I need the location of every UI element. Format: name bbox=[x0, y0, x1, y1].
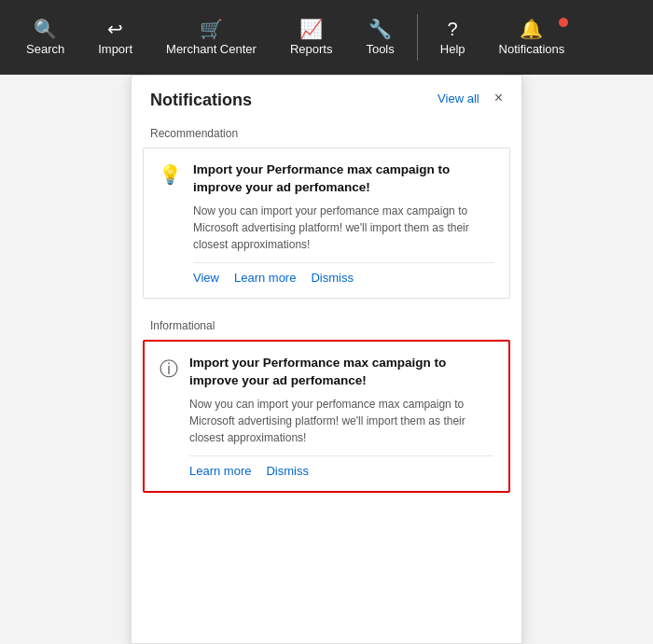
merchant-center-icon: 🛒 bbox=[200, 20, 223, 38]
notifications-icon: 🔔 bbox=[520, 20, 543, 38]
informational-card-body: ⓘ Import your Performance max campaign t… bbox=[160, 355, 493, 478]
recommendation-card-body: 💡 Import your Performance max campaign t… bbox=[159, 161, 494, 285]
nav-item-import[interactable]: ↩ Import bbox=[81, 12, 149, 63]
nav-label-notifications: Notifications bbox=[499, 42, 565, 56]
informational-card-actions: Learn more Dismiss bbox=[189, 464, 493, 478]
nav-items: 🔍 Search ↩ Import 🛒 Merchant Center 📈 Re… bbox=[9, 12, 644, 63]
nav-label-search: Search bbox=[26, 42, 64, 56]
info-card-divider bbox=[189, 455, 493, 456]
informational-card-title: Import your Performance max campaign to … bbox=[189, 355, 493, 390]
nav-label-merchant-center: Merchant Center bbox=[166, 42, 257, 56]
view-all-link[interactable]: View all bbox=[438, 91, 479, 105]
informational-card-desc: Now you can import your perfomance max c… bbox=[189, 396, 493, 446]
lightbulb-icon: 💡 bbox=[159, 163, 182, 285]
info-learn-more-link[interactable]: Learn more bbox=[189, 464, 251, 478]
recommendation-card-desc: Now you can import your perfomance max c… bbox=[193, 203, 494, 253]
recommendation-card-text: Import your Performance max campaign to … bbox=[193, 161, 494, 285]
import-icon: ↩ bbox=[107, 20, 123, 38]
recommendation-card-actions: View Learn more Dismiss bbox=[193, 271, 494, 285]
nav-label-import: Import bbox=[98, 42, 132, 56]
informational-card-1: ⓘ Import your Performance max campaign t… bbox=[143, 340, 510, 493]
reports-icon: 📈 bbox=[299, 20, 323, 38]
section-header-informational: Informational bbox=[132, 310, 521, 340]
topbar: 🔍 Search ↩ Import 🛒 Merchant Center 📈 Re… bbox=[0, 0, 653, 75]
notifications-panel: Notifications View all × Recommendation … bbox=[131, 75, 522, 644]
recommendation-card-1: 💡 Import your Performance max campaign t… bbox=[143, 147, 510, 299]
nav-item-merchant-center[interactable]: 🛒 Merchant Center bbox=[149, 12, 273, 63]
tools-icon: 🔧 bbox=[368, 20, 392, 38]
nav-label-reports: Reports bbox=[290, 42, 333, 56]
rec-view-link[interactable]: View bbox=[193, 271, 219, 285]
panel-header: Notifications View all × bbox=[132, 76, 521, 118]
card-divider bbox=[193, 262, 494, 263]
notifications-badge bbox=[559, 18, 568, 27]
help-icon: ? bbox=[448, 20, 458, 38]
nav-item-reports[interactable]: 📈 Reports bbox=[273, 12, 350, 63]
rec-learn-more-link[interactable]: Learn more bbox=[234, 271, 296, 285]
nav-item-help[interactable]: ? Help bbox=[424, 12, 482, 63]
rec-dismiss-link[interactable]: Dismiss bbox=[311, 271, 354, 285]
info-dismiss-link[interactable]: Dismiss bbox=[266, 464, 309, 478]
info-circle-icon: ⓘ bbox=[160, 357, 178, 478]
nav-label-help: Help bbox=[440, 42, 465, 56]
informational-card-text: Import your Performance max campaign to … bbox=[189, 355, 493, 478]
search-icon: 🔍 bbox=[34, 20, 57, 38]
panel-title: Notifications bbox=[150, 91, 252, 110]
close-button[interactable]: × bbox=[494, 91, 503, 105]
nav-item-search[interactable]: 🔍 Search bbox=[9, 12, 81, 63]
recommendation-card-title: Import your Performance max campaign to … bbox=[193, 161, 494, 197]
nav-item-tools[interactable]: 🔧 Tools bbox=[349, 12, 410, 63]
section-header-recommendation: Recommendation bbox=[132, 118, 521, 147]
nav-label-tools: Tools bbox=[366, 42, 394, 56]
nav-divider bbox=[417, 14, 418, 61]
nav-item-notifications[interactable]: 🔔 Notifications bbox=[482, 12, 582, 63]
main-content: Notifications View all × Recommendation … bbox=[0, 75, 653, 644]
